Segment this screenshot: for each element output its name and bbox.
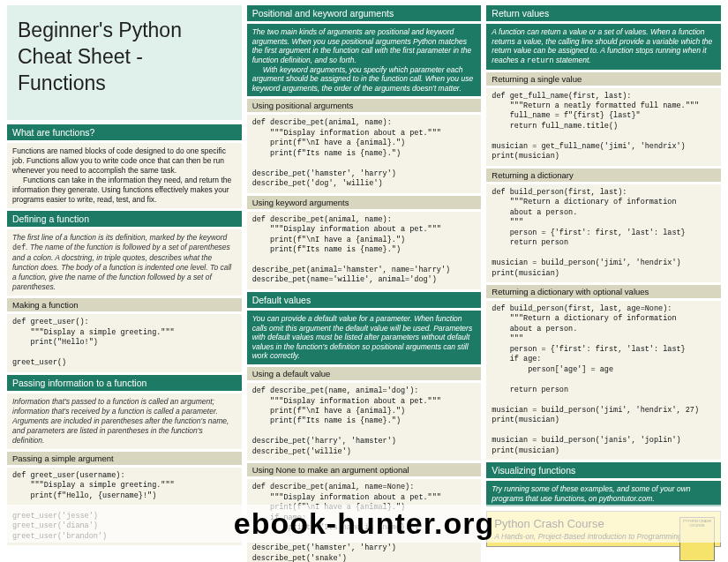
section-intro: The two main kinds of arguments are posi… xyxy=(247,24,482,96)
column-3: Return values A function can return a va… xyxy=(486,5,721,562)
section-head: Default values xyxy=(247,292,482,308)
column-2: Positional and keyword arguments The two… xyxy=(247,5,482,562)
keyword: return xyxy=(527,56,554,65)
cheatsheet-page: Beginner's Python Cheat Sheet - Function… xyxy=(0,0,728,562)
text: . The name of the function is followed b… xyxy=(12,243,230,272)
sub-head: Using None to make an argument optional xyxy=(247,463,482,476)
sub-head: Returning a dictionary xyxy=(486,169,721,182)
paragraph: Functions are named blocks of code desig… xyxy=(12,146,226,175)
paragraph: The two main kinds of arguments are posi… xyxy=(252,27,472,64)
column-1: Beginner's Python Cheat Sheet - Function… xyxy=(7,5,242,562)
paragraph: Functions can take in the information th… xyxy=(12,176,236,205)
code-block: def describe_pet(animal, name): """Displ… xyxy=(247,115,482,192)
text: A function can return a value or a set o… xyxy=(492,27,712,64)
paragraph: With keyword arguments, you specify whic… xyxy=(252,65,477,94)
code-block: def get_full_name(first, last): """Retur… xyxy=(486,88,721,166)
section-intro: Try running some of these examples, and … xyxy=(486,481,721,506)
section-intro: The first line of a function is its defi… xyxy=(7,229,242,296)
sub-head: Using positional arguments xyxy=(247,99,482,112)
sub-head: Returning a dictionary with optional val… xyxy=(486,285,721,298)
sub-head: Returning a single value xyxy=(486,72,721,86)
code-block: def greet_user(username): """Display a s… xyxy=(7,468,242,545)
code-block: def describe_pet(animal, name=None): """… xyxy=(247,479,482,562)
section-intro: A function can return a value or a set o… xyxy=(486,24,721,70)
section-intro: Information that's passed to a function … xyxy=(7,393,242,449)
sub-head: Making a function xyxy=(7,298,242,311)
code-block: def describe_pet(animal, name): """Displ… xyxy=(247,212,482,289)
section-head: Passing information to a function xyxy=(7,375,242,391)
code-block: def build_person(first, last): """Return… xyxy=(486,184,721,282)
keyword: def xyxy=(12,244,26,252)
code-block: def describe_pet(name, animal='dog'): ""… xyxy=(247,383,482,461)
sub-head: Using keyword arguments xyxy=(247,196,482,209)
section-head: Return values xyxy=(486,5,721,21)
text: The first line of a function is its defi… xyxy=(12,233,227,242)
section-body: Functions are named blocks of code desig… xyxy=(7,143,242,208)
title-box: Beginner's Python Cheat Sheet - Function… xyxy=(7,5,242,120)
section-intro: You can provide a default value for a pa… xyxy=(247,311,482,364)
promo-box: Python Crash Course A Hands-on, Project-… xyxy=(486,511,721,547)
text: statement. xyxy=(554,56,591,64)
code-block: def build_person(first, last, age=None):… xyxy=(486,301,721,460)
page-title: Beginner's Python Cheat Sheet - Function… xyxy=(18,18,231,97)
sub-head: Using a default value xyxy=(247,367,482,380)
section-head: Defining a function xyxy=(7,211,242,227)
book-cover-icon: PYTHON CRASH COURSE xyxy=(679,517,715,561)
section-head: Visualizing functions xyxy=(486,462,721,478)
section-head: Positional and keyword arguments xyxy=(247,5,482,21)
section-head: What are functions? xyxy=(7,124,242,140)
sub-head: Passing a simple argument xyxy=(7,452,242,465)
code-block: def greet_user(): """Display a simple gr… xyxy=(7,314,242,371)
